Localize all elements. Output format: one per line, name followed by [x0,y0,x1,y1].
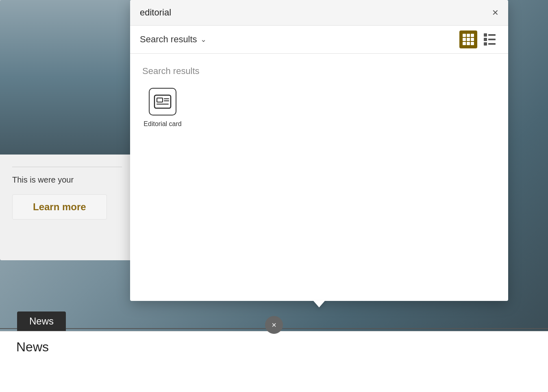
editorial-card-icon-wrapper [149,88,176,115]
chevron-down-icon: ⌄ [200,35,207,44]
left-panel-text: This is were your [12,175,122,185]
result-item-editorial-card[interactable]: Editorial card [142,88,183,128]
news-tab-label: News [29,316,54,327]
view-toggle [459,30,498,48]
filter-dropdown[interactable]: Search results ⌄ [140,34,207,45]
left-panel: This is were your Learn more [0,0,134,260]
news-tab[interactable]: News [17,311,66,331]
bottom-news-title: News [16,340,49,354]
search-input[interactable] [137,6,489,20]
close-icon: ✕ [492,8,499,17]
filter-label: Search results [140,34,197,45]
filter-row: Search results ⌄ [130,26,508,54]
grid-view-button[interactable] [459,30,477,48]
search-modal: ✕ Search results ⌄ [130,0,508,301]
results-section: Search results Editorial card [130,54,508,301]
search-clear-button[interactable]: ✕ [489,6,502,19]
modal-pointer [313,301,325,307]
results-heading: Search results [142,66,496,76]
search-input-row: ✕ [130,0,508,26]
list-icon [484,33,496,46]
grid-icon [463,34,474,45]
close-circle-icon: × [272,320,276,330]
close-circle-button[interactable]: × [265,316,283,334]
learn-more-button[interactable]: Learn more [12,194,107,220]
left-panel-divider [12,167,122,167]
bottom-news-section: News [0,331,548,392]
svg-rect-1 [157,98,163,102]
editorial-card-icon [154,94,172,109]
left-panel-image [0,0,134,155]
list-view-button[interactable] [481,30,498,48]
result-label-editorial-card: Editorial card [144,120,181,128]
